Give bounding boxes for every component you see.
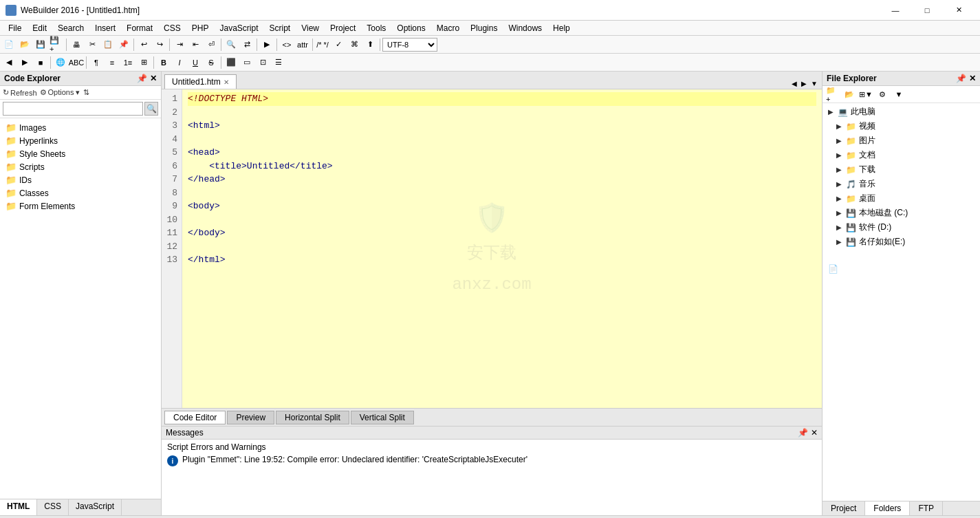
tab-code-explorer[interactable]: HTML: [0, 499, 37, 515]
editor-area[interactable]: 12345678910111213 <!DOCTYPE HTML> <html>…: [162, 89, 822, 408]
rp-open[interactable]: 📂: [842, 87, 857, 101]
tb-indent[interactable]: ⇥: [172, 37, 187, 52]
tab-javascript[interactable]: JavaScript: [69, 499, 122, 515]
tb-stop[interactable]: ■: [33, 55, 48, 70]
tb-print[interactable]: 🖶: [69, 37, 84, 52]
menu-search[interactable]: Search: [52, 21, 89, 36]
pin-messages-icon[interactable]: 📌: [798, 428, 808, 438]
menu-options[interactable]: Options: [391, 21, 431, 36]
file-tree-drive-c[interactable]: ▶ 💾 本地磁盘 (C:): [823, 206, 980, 220]
tb-save-all[interactable]: 💾+: [49, 37, 64, 52]
menu-script[interactable]: Script: [264, 21, 296, 36]
search-input[interactable]: [3, 102, 143, 116]
menu-edit[interactable]: Edit: [27, 21, 52, 36]
sort-button[interactable]: ⇅: [83, 88, 89, 97]
tb-pilcrow[interactable]: ¶: [89, 55, 104, 70]
tree-item-images[interactable]: 📁 Images: [0, 121, 161, 134]
tb-forward[interactable]: ▶: [17, 55, 32, 70]
tb-underline[interactable]: U: [188, 55, 203, 70]
file-tree-pictures[interactable]: ▶ 📁 图片: [823, 133, 980, 148]
close-button[interactable]: ✕: [943, 0, 974, 21]
menu-tools[interactable]: Tools: [361, 21, 391, 36]
tb-find[interactable]: 🔍: [224, 37, 239, 52]
tb-combo-encoding[interactable]: UTF-8: [382, 38, 437, 52]
options-button[interactable]: ⚙ Options ▾: [40, 88, 80, 97]
menu-help[interactable]: Help: [547, 21, 576, 36]
tree-item-hyperlinks[interactable]: 📁 Hyperlinks: [0, 134, 161, 147]
tree-item-formelements[interactable]: 📁 Form Elements: [0, 199, 161, 213]
search-button[interactable]: 🔍: [144, 102, 158, 116]
file-tree-this-pc[interactable]: ▶ 💻 此电脑: [823, 105, 980, 119]
tb-align-justify[interactable]: ☰: [271, 55, 286, 70]
tab-close-icon[interactable]: ✕: [224, 78, 229, 86]
tb-wrap[interactable]: ⏎: [204, 37, 219, 52]
code-content[interactable]: <!DOCTYPE HTML> <html> <head> <title>Unt…: [182, 89, 822, 408]
minimize-button[interactable]: —: [880, 0, 911, 21]
tb-back[interactable]: ◀: [1, 55, 17, 70]
tb-comment[interactable]: /* */: [315, 37, 330, 52]
tree-item-classes[interactable]: 📁 Classes: [0, 186, 161, 199]
tb-attr[interactable]: attr: [295, 37, 310, 52]
tb-validate[interactable]: ✓: [331, 37, 346, 52]
tb-ftp[interactable]: ⬆: [362, 37, 378, 52]
tb-paste[interactable]: 📌: [116, 37, 131, 52]
tb-bold[interactable]: B: [156, 55, 171, 70]
tb-align-center[interactable]: ▭: [239, 55, 254, 70]
tb-list[interactable]: ≡: [105, 55, 120, 70]
rp-settings[interactable]: ⚙: [875, 87, 890, 101]
close-right-icon[interactable]: ✕: [969, 74, 976, 83]
editor-tab-code[interactable]: Code Editor: [164, 411, 226, 424]
tb-undo[interactable]: ↩: [136, 37, 151, 52]
refresh-button[interactable]: ↻ Refresh: [3, 88, 37, 97]
tb-align-left[interactable]: ⬛: [224, 55, 239, 70]
file-tree-docs[interactable]: ▶ 📁 文档: [823, 148, 980, 162]
close-panel-icon[interactable]: ✕: [150, 74, 157, 83]
tb-preview[interactable]: ▶: [259, 37, 274, 52]
tb-align-right[interactable]: ⊡: [255, 55, 270, 70]
right-tab-folders[interactable]: Folders: [865, 501, 910, 515]
editor-tab-preview[interactable]: Preview: [227, 411, 274, 424]
rp-new-folder[interactable]: 📁+: [825, 87, 840, 101]
tb-copy[interactable]: 📋: [100, 37, 116, 52]
tb-table[interactable]: ⊞: [136, 55, 151, 70]
rp-nav[interactable]: ▼: [891, 87, 906, 101]
file-tree-music[interactable]: ▶ 🎵 音乐: [823, 177, 980, 191]
right-tab-project[interactable]: Project: [823, 501, 865, 515]
right-tab-ftp[interactable]: FTP: [910, 501, 943, 515]
file-tree-desktop[interactable]: ▶ 📁 桌面: [823, 191, 980, 206]
tab-css[interactable]: CSS: [37, 499, 69, 515]
tb-olist[interactable]: 1≡: [120, 55, 135, 70]
tb-outdent[interactable]: ⇤: [188, 37, 203, 52]
tb-italic[interactable]: I: [172, 55, 187, 70]
menu-windows[interactable]: Windows: [503, 21, 547, 36]
tb-spell[interactable]: ABC: [69, 55, 84, 70]
close-messages-icon[interactable]: ✕: [811, 428, 818, 438]
tb-cut[interactable]: ✂: [85, 37, 100, 52]
tb-open[interactable]: 📂: [17, 37, 32, 52]
file-tree-drive-d[interactable]: ▶ 💾 软件 (D:): [823, 220, 980, 235]
tab-nav-left[interactable]: ◀: [790, 78, 798, 89]
menu-css[interactable]: CSS: [158, 21, 186, 36]
tree-item-stylesheets[interactable]: 📁 Style Sheets: [0, 147, 161, 160]
menu-plugins[interactable]: Plugins: [465, 21, 503, 36]
tb-tag[interactable]: <>: [279, 37, 294, 52]
menu-insert[interactable]: Insert: [89, 21, 121, 36]
menu-macro[interactable]: Macro: [431, 21, 465, 36]
tb-browser[interactable]: 🌐: [53, 55, 68, 70]
tb-strikethrough[interactable]: S: [204, 55, 219, 70]
editor-tab-hsplit[interactable]: Horizontal Split: [276, 411, 349, 424]
file-tree-video[interactable]: ▶ 📁 视频: [823, 119, 980, 133]
tb-save[interactable]: 💾: [33, 37, 48, 52]
maximize-button[interactable]: □: [911, 0, 943, 21]
rp-view-options[interactable]: ⊞▼: [858, 87, 873, 101]
file-tree-drive-e[interactable]: ▶ 💾 名仔如如(E:): [823, 235, 980, 249]
file-tree-downloads[interactable]: ▶ 📁 下载: [823, 162, 980, 177]
pin-right-icon[interactable]: 📌: [956, 74, 966, 83]
tb-format[interactable]: ⌘: [347, 37, 362, 52]
menu-view[interactable]: View: [296, 21, 325, 36]
tree-item-ids[interactable]: 📁 IDs: [0, 173, 161, 186]
tb-redo[interactable]: ↪: [152, 37, 167, 52]
editor-tab-untitled1[interactable]: Untitled1.htm ✕: [164, 74, 237, 89]
tb-replace[interactable]: ⇄: [239, 37, 254, 52]
menu-format[interactable]: Format: [121, 21, 158, 36]
